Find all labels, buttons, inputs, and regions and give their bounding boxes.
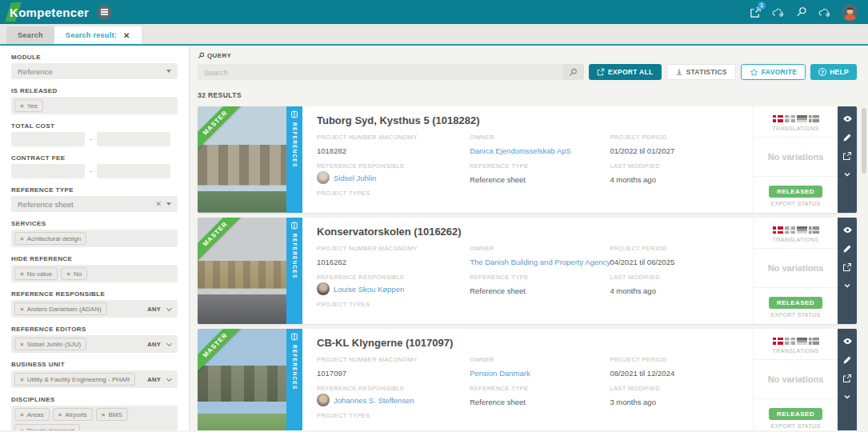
owner-link[interactable]: The Danish Building and Property Agency xyxy=(470,258,610,266)
query-input[interactable] xyxy=(198,68,563,77)
tag-utility-facility[interactable]: Utility & Facility Engineering - PHAR xyxy=(14,373,135,386)
menu-button[interactable] xyxy=(97,5,112,20)
project-image[interactable]: MASTER REFERENCES xyxy=(198,218,302,324)
remove-tag-icon[interactable] xyxy=(20,376,24,383)
export-card-icon[interactable] xyxy=(842,262,853,272)
match-mode-dropdown[interactable]: ANY xyxy=(147,341,174,348)
flag-danish-icon[interactable] xyxy=(773,338,783,345)
disciplines-field[interactable]: Areas Airports BMS Bicycle transport SEA… xyxy=(11,406,178,430)
scrollbar-thumb[interactable] xyxy=(862,108,866,174)
references-icon xyxy=(290,110,298,118)
tag-sidsel-juhlin[interactable]: Sidsel Juhlin (SJU) xyxy=(14,338,86,350)
tag-bicycle-transport[interactable]: Bicycle transport xyxy=(14,424,80,430)
tab-search-result[interactable]: Search result: ✕ xyxy=(54,26,142,44)
responsible-link[interactable]: Louise Skou Køppen xyxy=(334,285,404,294)
hide-reference-field[interactable]: No value No xyxy=(11,265,178,282)
result-card[interactable]: MASTER REFERENCES Konservatorskolen (101… xyxy=(198,218,857,324)
flag-german-icon[interactable] xyxy=(797,115,807,122)
search-admin-icon[interactable] xyxy=(795,6,808,18)
expand-icon[interactable] xyxy=(842,169,853,179)
flag-uk-icon[interactable] xyxy=(785,115,795,122)
view-icon[interactable] xyxy=(842,225,853,235)
flag-swedish-icon[interactable] xyxy=(809,115,819,122)
remove-tag-icon[interactable] xyxy=(20,427,24,431)
remove-tag-icon[interactable] xyxy=(20,411,24,418)
view-icon[interactable] xyxy=(842,336,853,346)
edit-icon[interactable] xyxy=(842,354,853,365)
cloud-sync-icon[interactable] xyxy=(772,6,785,18)
result-card[interactable]: MASTER REFERENCES CB-KL Klyngerne (10170… xyxy=(198,329,857,430)
favorite-button[interactable]: FAVORITE xyxy=(741,64,806,80)
owner-link[interactable]: Danica Ejendomsselskab ApS xyxy=(470,146,571,155)
flag-uk-icon[interactable] xyxy=(785,338,795,345)
flag-uk-icon[interactable] xyxy=(785,226,795,234)
flag-swedish-icon[interactable] xyxy=(809,338,819,345)
translation-flags xyxy=(754,226,838,234)
tag-no-value[interactable]: No value xyxy=(14,267,58,280)
expand-icon[interactable] xyxy=(842,391,853,402)
total-cost-max-input[interactable] xyxy=(97,132,170,146)
export-icon[interactable]: 1 xyxy=(749,6,762,18)
responsible-link[interactable]: Johannes S. Steffensen xyxy=(334,396,414,405)
export-card-icon[interactable] xyxy=(842,150,853,161)
contract-fee-min-input[interactable] xyxy=(11,164,85,178)
tag-architectural-design[interactable]: Achitectural design xyxy=(14,232,86,245)
flag-german-icon[interactable] xyxy=(797,226,807,234)
edit-icon[interactable] xyxy=(842,132,853,142)
owner-link[interactable]: Pension Danmark xyxy=(470,369,530,378)
remove-tag-icon[interactable] xyxy=(20,306,24,313)
remove-tag-icon[interactable] xyxy=(102,411,106,418)
reference-editors-field[interactable]: Sidsel Juhlin (SJU) ANY xyxy=(11,335,178,353)
status-badge: RELEASED xyxy=(769,186,822,198)
close-tab-icon[interactable]: ✕ xyxy=(123,31,130,40)
chevron-down-icon xyxy=(166,202,171,206)
reference-responsible-field[interactable]: Anders Danielsen (ADAN) ANY xyxy=(11,300,178,318)
business-unit-field[interactable]: Utility & Facility Engineering - PHAR AN… xyxy=(11,370,178,388)
services-field[interactable]: Achitectural design xyxy=(11,230,178,247)
remove-tag-icon[interactable] xyxy=(20,270,24,278)
user-avatar[interactable] xyxy=(842,4,858,21)
remove-tag-icon[interactable] xyxy=(20,102,24,110)
match-mode-dropdown[interactable]: ANY xyxy=(147,306,174,313)
clear-icon[interactable]: ✕ xyxy=(155,200,162,208)
remove-tag-icon[interactable] xyxy=(20,235,24,242)
export-all-button[interactable]: EXPORT ALL xyxy=(589,64,662,80)
statistics-button[interactable]: STATISTICS xyxy=(666,64,736,80)
references-strip: REFERENCES xyxy=(286,218,302,324)
tab-search[interactable]: Search xyxy=(6,26,54,44)
reference-type-label: REFERENCE TYPE xyxy=(11,186,178,194)
tag-anders-danielsen[interactable]: Anders Danielsen (ADAN) xyxy=(14,302,107,315)
expand-icon[interactable] xyxy=(842,280,853,290)
project-image[interactable]: MASTER REFERENCES xyxy=(198,106,302,213)
flag-german-icon[interactable] xyxy=(797,338,807,345)
match-mode-dropdown[interactable]: ANY xyxy=(147,376,174,383)
flag-danish-icon[interactable] xyxy=(773,226,783,234)
project-image[interactable]: MASTER REFERENCES xyxy=(198,329,302,430)
remove-tag-icon[interactable] xyxy=(58,411,62,418)
view-icon[interactable] xyxy=(842,114,853,124)
tag-airports[interactable]: Airports xyxy=(53,408,93,421)
card-action-bar xyxy=(838,106,857,213)
flag-swedish-icon[interactable] xyxy=(809,226,819,234)
contract-fee-max-input[interactable] xyxy=(97,164,170,178)
total-cost-min-input[interactable] xyxy=(11,132,85,146)
remove-tag-icon[interactable] xyxy=(20,341,24,348)
export-card-icon[interactable] xyxy=(842,373,853,383)
search-icon xyxy=(569,68,578,77)
help-button[interactable]: ? HELP xyxy=(810,64,857,80)
filter-reference-type: REFERENCE TYPE Reference sheet ✕ xyxy=(11,186,178,212)
result-card[interactable]: MASTER REFERENCES Tuborg Syd, Kysthus 5 … xyxy=(198,106,857,213)
is-released-field[interactable]: Yes xyxy=(11,97,178,114)
tag-no[interactable]: No xyxy=(61,267,87,280)
reference-type-select[interactable]: Reference sheet ✕ xyxy=(11,196,178,212)
flag-danish-icon[interactable] xyxy=(773,115,783,122)
tag-bms[interactable]: BMS xyxy=(96,408,128,421)
module-select[interactable]: Reference xyxy=(11,63,178,79)
cloud-settings-icon[interactable] xyxy=(818,6,831,18)
query-search-button[interactable] xyxy=(563,64,584,80)
remove-tag-icon[interactable] xyxy=(66,270,70,278)
tag-areas[interactable]: Areas xyxy=(14,408,50,421)
responsible-link[interactable]: Sidsel Juhlin xyxy=(334,174,376,182)
edit-icon[interactable] xyxy=(842,243,853,254)
tag-yes[interactable]: Yes xyxy=(14,99,43,112)
